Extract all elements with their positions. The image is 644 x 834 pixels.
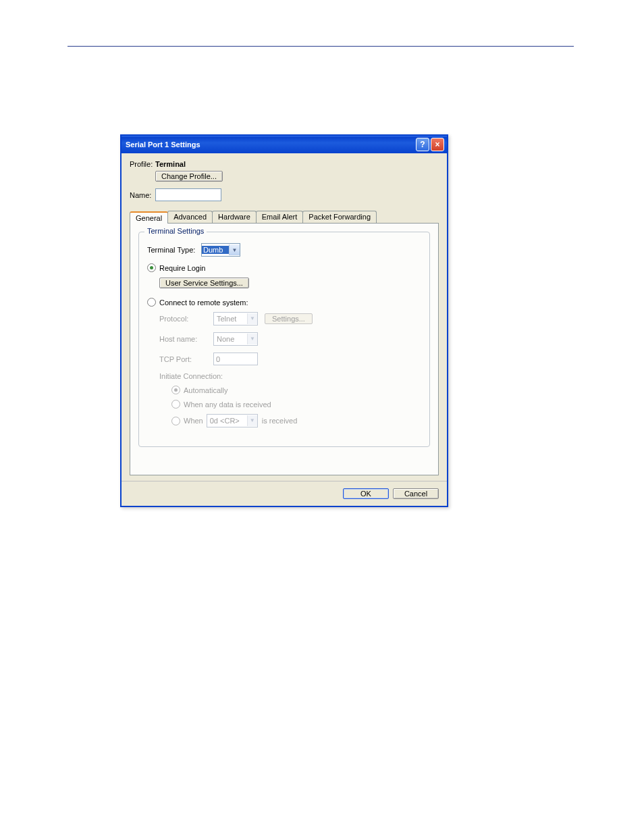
tab-advanced[interactable]: Advanced — [167, 211, 213, 223]
titlebar: Serial Port 1 Settings ? × — [122, 136, 447, 153]
tab-general[interactable]: General — [130, 211, 168, 224]
when-value-select: 0d <CR> ▼ — [207, 414, 258, 427]
hostname-select: None ▼ — [213, 332, 258, 346]
initiate-any-label: When any data is received — [184, 400, 271, 409]
chevron-down-icon: ▼ — [247, 415, 257, 426]
initiate-any-row: When any data is received — [171, 400, 421, 409]
close-icon[interactable]: × — [431, 138, 444, 151]
connect-remote-row[interactable]: Connect to remote system: — [147, 298, 421, 307]
require-login-label: Require Login — [159, 264, 206, 272]
profile-label: Profile: — [130, 160, 155, 168]
initiate-when-radio — [171, 417, 180, 425]
protocol-label: Protocol: — [159, 315, 213, 323]
group-title: Terminal Settings — [144, 227, 207, 235]
protocol-value: Telnet — [217, 315, 236, 323]
terminal-type-row: Terminal Type: Dumb ▼ — [147, 243, 421, 257]
connect-remote-label: Connect to remote system: — [159, 298, 248, 307]
tcpport-row: TCP Port: — [159, 353, 421, 365]
terminal-type-label: Terminal Type: — [147, 246, 201, 254]
chevron-down-icon: ▼ — [229, 244, 240, 255]
protocol-settings-button: Settings... — [265, 313, 313, 324]
protocol-row: Protocol: Telnet ▼ Settings... — [159, 312, 421, 325]
profile-button-row: Change Profile... — [155, 171, 439, 182]
tab-email-alert[interactable]: Email Alert — [256, 211, 304, 223]
tab-hardware[interactable]: Hardware — [212, 211, 257, 223]
tcpport-label: TCP Port: — [159, 355, 213, 363]
profile-value: Terminal — [155, 160, 186, 168]
user-service-row: User Service Settings... — [159, 278, 421, 288]
name-input[interactable] — [155, 188, 221, 201]
dialog-body: Profile: Terminal Change Profile... Name… — [122, 153, 447, 481]
chevron-down-icon: ▼ — [247, 334, 257, 344]
terminal-type-select[interactable]: Dumb ▼ — [201, 243, 240, 257]
connect-remote-radio[interactable] — [147, 298, 156, 307]
user-service-settings-button[interactable]: User Service Settings... — [159, 278, 249, 288]
hostname-label: Host name: — [159, 335, 213, 343]
terminal-settings-group: Terminal Settings Terminal Type: Dumb ▼ … — [138, 232, 430, 447]
ok-button[interactable]: OK — [343, 488, 389, 499]
tab-strip: General Advanced Hardware Email Alert Pa… — [130, 211, 439, 224]
terminal-type-value: Dumb — [202, 246, 229, 254]
hostname-row: Host name: None ▼ — [159, 332, 421, 346]
require-login-radio[interactable] — [147, 263, 156, 272]
initiate-label: Initiate Connection: — [159, 372, 421, 380]
name-label: Name: — [130, 191, 155, 199]
require-login-row[interactable]: Require Login — [147, 263, 421, 272]
settings-dialog: Serial Port 1 Settings ? × Profile: Term… — [120, 134, 448, 507]
is-received-label: is received — [262, 417, 298, 425]
change-profile-button[interactable]: Change Profile... — [155, 171, 223, 182]
initiate-auto-label: Automatically — [184, 386, 227, 394]
initiate-auto-radio — [171, 386, 180, 394]
initiate-auto-row: Automatically — [171, 386, 421, 394]
titlebar-buttons: ? × — [416, 138, 444, 151]
chevron-down-icon: ▼ — [247, 313, 257, 324]
hostname-value: None — [217, 335, 234, 343]
tab-content-general: Terminal Settings Terminal Type: Dumb ▼ … — [130, 224, 439, 475]
dialog-title: Serial Port 1 Settings — [126, 140, 200, 149]
remote-settings-block: Protocol: Telnet ▼ Settings... Host name… — [159, 312, 421, 427]
help-icon[interactable]: ? — [416, 138, 429, 151]
initiate-when-label: When — [184, 417, 203, 425]
name-row: Name: — [130, 188, 439, 201]
protocol-select: Telnet ▼ — [213, 312, 258, 325]
tcpport-input — [213, 353, 258, 365]
tab-packet-forwarding[interactable]: Packet Forwarding — [302, 211, 377, 223]
initiate-when-row: When 0d <CR> ▼ is received — [171, 414, 421, 427]
dialog-footer: OK Cancel — [122, 481, 447, 506]
initiate-any-radio — [171, 400, 180, 409]
page-divider — [68, 46, 574, 47]
cancel-button[interactable]: Cancel — [393, 488, 439, 499]
profile-row: Profile: Terminal — [130, 160, 439, 168]
when-value: 0d <CR> — [210, 417, 240, 425]
